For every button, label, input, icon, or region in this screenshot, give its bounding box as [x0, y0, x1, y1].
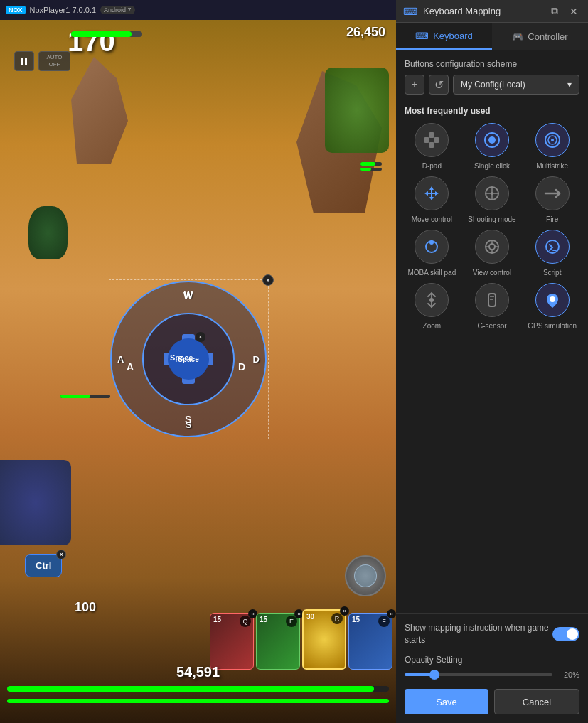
- panel-titlebar: ⌨ Keyboard Mapping ⧉ ✕: [396, 0, 588, 23]
- config-section: Buttons configuration scheme + ↺ My Conf…: [396, 50, 588, 100]
- icon-view-control[interactable]: View control: [465, 230, 520, 277]
- health-display: 170: [68, 26, 115, 58]
- health-bar: [71, 31, 132, 37]
- center-close[interactable]: ×: [196, 332, 205, 342]
- ability-f[interactable]: 15 F ×: [348, 613, 392, 670]
- tab-bar: ⌨ Keyboard 🎮 Controller: [396, 23, 588, 50]
- portrait-energy-bar: [360, 168, 382, 171]
- svg-rect-3: [429, 142, 434, 148]
- panel-close-btn[interactable]: ✕: [567, 6, 581, 17]
- icon-gps[interactable]: GPS simulation: [525, 283, 579, 331]
- character-portrait-2: [0, 460, 71, 545]
- icon-fire-label: Fire: [546, 215, 558, 224]
- svg-point-7: [488, 136, 496, 144]
- icon-multistrike-label: Multistrike: [536, 161, 568, 171]
- svg-point-28: [429, 298, 434, 302]
- controller-tab-label: Controller: [528, 31, 567, 42]
- icon-gps-label: GPS simulation: [528, 321, 577, 331]
- panel-maximize-btn[interactable]: ⧉: [548, 5, 561, 17]
- pause-button[interactable]: [14, 51, 34, 71]
- icon-zoom-label: Zoom: [423, 321, 442, 331]
- abilities-row: 15 Q × 15 E × 30 R × 15 F ×: [210, 609, 392, 670]
- keyboard-icon: ⌨: [403, 6, 417, 17]
- keyboard-tab-icon: ⌨: [415, 31, 429, 41]
- svg-rect-1: [25, 58, 27, 65]
- icon-zoom[interactable]: Zoom: [405, 283, 459, 331]
- key-d: D: [253, 354, 260, 365]
- icon-fire[interactable]: Fire: [525, 176, 579, 224]
- icon-shooting-mode[interactable]: Shooting mode: [465, 176, 520, 224]
- icon-move-control[interactable]: Move control: [405, 176, 459, 224]
- bottom-score: 54,591: [176, 664, 220, 680]
- ctrl-close[interactable]: ×: [56, 550, 66, 559]
- opacity-thumb[interactable]: [429, 670, 439, 680]
- game-area: NOX NoxPlayer1 7.0.0.1 Android 7 AUTOOFF…: [0, 0, 396, 723]
- svg-point-10: [551, 139, 554, 141]
- icon-single-click[interactable]: Single click: [465, 123, 520, 171]
- save-button[interactable]: Save: [405, 689, 488, 714]
- s-label-overlay: S: [185, 414, 191, 425]
- icon-multistrike[interactable]: Multistrike: [525, 123, 579, 171]
- bottom-bar-2: [7, 699, 389, 703]
- icon-single-click-label: Single click: [474, 161, 510, 171]
- svg-rect-4: [424, 137, 429, 143]
- toggle-row: Show mapping instruction when game start…: [405, 622, 579, 646]
- svg-rect-5: [434, 137, 439, 143]
- ctrl-button[interactable]: Ctrl ×: [25, 554, 62, 577]
- svg-rect-0: [21, 58, 23, 65]
- action-buttons: Save Cancel: [405, 689, 579, 714]
- toggle-switch[interactable]: [552, 627, 579, 641]
- config-value: My Config(Local): [461, 80, 525, 90]
- freq-title: Most frequently used: [405, 106, 579, 116]
- freq-section: Most frequently used D-pad: [396, 100, 588, 336]
- key-a: A: [117, 354, 124, 365]
- config-reset-button[interactable]: ↺: [429, 75, 449, 95]
- cancel-button[interactable]: Cancel: [494, 689, 579, 714]
- energy-display: 100: [75, 600, 96, 615]
- svg-point-19: [429, 240, 434, 245]
- icon-g-sensor[interactable]: G-sensor: [465, 283, 520, 331]
- title-bar: NOX NoxPlayer1 7.0.0.1 Android 7: [0, 0, 396, 20]
- bottom-settings: Show mapping instruction when game start…: [396, 613, 588, 723]
- icon-script-label: Script: [543, 268, 562, 277]
- score-display: 26,450: [346, 25, 385, 40]
- config-label: Buttons configuration scheme: [405, 59, 579, 69]
- nox-logo: NOX: [6, 6, 26, 14]
- skill-button[interactable]: [345, 555, 386, 596]
- ability-q[interactable]: 15 Q ×: [210, 613, 254, 670]
- enemy-character: [28, 206, 68, 259]
- panel-title: Keyboard Mapping: [423, 6, 542, 16]
- icon-view-control-label: View control: [473, 268, 511, 277]
- opacity-slider[interactable]: [405, 673, 552, 676]
- icon-moba-skill[interactable]: MOBA skill pad: [405, 230, 459, 277]
- icon-shooting-mode-label: Shooting mode: [468, 215, 515, 224]
- config-dropdown[interactable]: My Config(Local) ▾: [453, 75, 579, 95]
- icon-moba-label: MOBA skill pad: [407, 268, 456, 277]
- icons-grid: D-pad Single click: [405, 123, 579, 331]
- opacity-value: 20%: [558, 670, 579, 679]
- icon-script[interactable]: Script: [525, 230, 579, 277]
- r-close[interactable]: ×: [340, 606, 349, 616]
- controller-tab-icon: 🎮: [512, 31, 523, 42]
- android-badge: Android 7: [100, 6, 135, 14]
- d-label-overlay: D: [238, 361, 245, 373]
- bottom-bar-1: [7, 686, 389, 692]
- ability-r[interactable]: 30 R ×: [302, 609, 346, 670]
- ability-e[interactable]: 15 E ×: [256, 613, 300, 670]
- svg-point-32: [550, 296, 555, 302]
- f-close[interactable]: ×: [387, 609, 396, 618]
- svg-rect-2: [429, 132, 434, 138]
- icon-move-control-label: Move control: [412, 215, 452, 224]
- chevron-down-icon: ▾: [567, 80, 572, 90]
- right-panel: ⌨ Keyboard Mapping ⧉ ✕ ⌨ Keyboard 🎮 Cont…: [396, 0, 588, 723]
- icon-dpad[interactable]: D-pad: [405, 123, 459, 171]
- tab-controller[interactable]: 🎮 Controller: [492, 23, 588, 50]
- svg-rect-29: [488, 294, 496, 306]
- config-add-button[interactable]: +: [405, 75, 424, 95]
- toggle-label: Show mapping instruction when game start…: [405, 622, 552, 646]
- svg-point-21: [489, 244, 495, 250]
- w-label-overlay: W: [183, 290, 193, 301]
- auto-button[interactable]: AUTOOFF: [38, 51, 70, 71]
- app-version: NoxPlayer1 7.0.0.1: [30, 6, 97, 14]
- tab-keyboard[interactable]: ⌨ Keyboard: [396, 23, 492, 50]
